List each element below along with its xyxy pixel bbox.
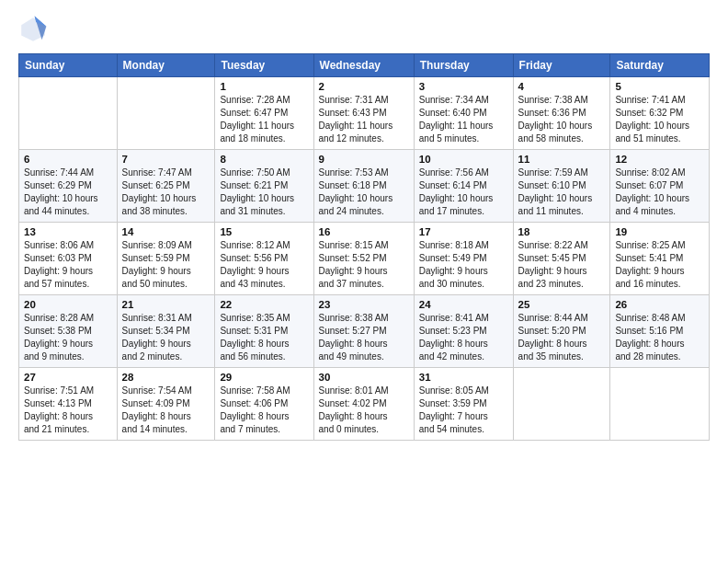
calendar-cell: 1Sunrise: 7:28 AM Sunset: 6:47 PM Daylig…: [215, 77, 313, 150]
calendar-cell: 4Sunrise: 7:38 AM Sunset: 6:36 PM Daylig…: [513, 77, 610, 150]
day-info: Sunrise: 8:01 AM Sunset: 4:02 PM Dayligh…: [319, 385, 409, 436]
calendar-week-5: 27Sunrise: 7:51 AM Sunset: 4:13 PM Dayli…: [19, 368, 710, 441]
day-info: Sunrise: 8:06 AM Sunset: 6:03 PM Dayligh…: [24, 239, 112, 291]
calendar-cell: 20Sunrise: 8:28 AM Sunset: 5:38 PM Dayli…: [19, 295, 118, 368]
day-info: Sunrise: 8:35 AM Sunset: 5:31 PM Dayligh…: [220, 312, 308, 363]
calendar-cell: 26Sunrise: 8:48 AM Sunset: 5:16 PM Dayli…: [610, 295, 710, 368]
day-info: Sunrise: 7:34 AM Sunset: 6:40 PM Dayligh…: [419, 94, 508, 145]
day-number: 16: [319, 226, 409, 237]
day-info: Sunrise: 8:12 AM Sunset: 5:56 PM Dayligh…: [220, 239, 308, 291]
day-header-thursday: Thursday: [414, 54, 513, 77]
day-number: 8: [220, 154, 308, 165]
logo: [18, 15, 51, 44]
day-info: Sunrise: 8:41 AM Sunset: 5:23 PM Dayligh…: [419, 312, 508, 363]
calendar-cell: 3Sunrise: 7:34 AM Sunset: 6:40 PM Daylig…: [414, 77, 513, 150]
day-info: Sunrise: 7:58 AM Sunset: 4:06 PM Dayligh…: [220, 385, 308, 436]
day-header-saturday: Saturday: [610, 54, 710, 77]
calendar-cell: 30Sunrise: 8:01 AM Sunset: 4:02 PM Dayli…: [313, 368, 414, 441]
day-number: 27: [24, 372, 112, 383]
day-info: Sunrise: 7:28 AM Sunset: 6:47 PM Dayligh…: [220, 94, 308, 145]
day-info: Sunrise: 7:54 AM Sunset: 4:09 PM Dayligh…: [122, 385, 210, 436]
day-info: Sunrise: 7:47 AM Sunset: 6:25 PM Dayligh…: [122, 167, 210, 218]
calendar-cell: 21Sunrise: 8:31 AM Sunset: 5:34 PM Dayli…: [117, 295, 215, 368]
calendar-cell: 18Sunrise: 8:22 AM Sunset: 5:45 PM Dayli…: [513, 223, 610, 295]
day-number: 31: [419, 372, 508, 383]
calendar-cell: 8Sunrise: 7:50 AM Sunset: 6:21 PM Daylig…: [215, 150, 313, 223]
day-info: Sunrise: 7:53 AM Sunset: 6:18 PM Dayligh…: [319, 167, 409, 218]
calendar-cell: 29Sunrise: 7:58 AM Sunset: 4:06 PM Dayli…: [215, 368, 313, 441]
page: SundayMondayTuesdayWednesdayThursdayFrid…: [0, 0, 728, 452]
calendar-cell: 19Sunrise: 8:25 AM Sunset: 5:41 PM Dayli…: [610, 223, 710, 295]
day-number: 22: [220, 299, 308, 310]
day-header-sunday: Sunday: [19, 54, 118, 77]
calendar-cell: 15Sunrise: 8:12 AM Sunset: 5:56 PM Dayli…: [215, 223, 313, 295]
calendar-cell: 25Sunrise: 8:44 AM Sunset: 5:20 PM Dayli…: [513, 295, 610, 368]
day-info: Sunrise: 8:38 AM Sunset: 5:27 PM Dayligh…: [319, 312, 409, 363]
day-number: 23: [319, 299, 409, 310]
day-number: 21: [122, 299, 210, 310]
calendar-cell: 7Sunrise: 7:47 AM Sunset: 6:25 PM Daylig…: [117, 150, 215, 223]
day-info: Sunrise: 8:48 AM Sunset: 5:16 PM Dayligh…: [615, 312, 704, 363]
day-header-monday: Monday: [117, 54, 215, 77]
calendar-cell: 9Sunrise: 7:53 AM Sunset: 6:18 PM Daylig…: [313, 150, 414, 223]
calendar-cell: 2Sunrise: 7:31 AM Sunset: 6:43 PM Daylig…: [313, 77, 414, 150]
calendar-week-2: 6Sunrise: 7:44 AM Sunset: 6:29 PM Daylig…: [19, 150, 710, 223]
calendar-week-1: 1Sunrise: 7:28 AM Sunset: 6:47 PM Daylig…: [19, 77, 710, 150]
calendar-cell: 10Sunrise: 7:56 AM Sunset: 6:14 PM Dayli…: [414, 150, 513, 223]
day-info: Sunrise: 7:31 AM Sunset: 6:43 PM Dayligh…: [319, 94, 409, 145]
calendar-cell: 14Sunrise: 8:09 AM Sunset: 5:59 PM Dayli…: [117, 223, 215, 295]
calendar-cell: 28Sunrise: 7:54 AM Sunset: 4:09 PM Dayli…: [117, 368, 215, 441]
day-number: 1: [220, 81, 308, 92]
day-number: 10: [419, 154, 508, 165]
calendar: SundayMondayTuesdayWednesdayThursdayFrid…: [18, 53, 710, 441]
day-number: 7: [122, 154, 210, 165]
day-info: Sunrise: 7:50 AM Sunset: 6:21 PM Dayligh…: [220, 167, 308, 218]
day-number: 18: [518, 226, 606, 237]
calendar-week-4: 20Sunrise: 8:28 AM Sunset: 5:38 PM Dayli…: [19, 295, 710, 368]
day-number: 19: [615, 226, 704, 237]
day-header-wednesday: Wednesday: [313, 54, 414, 77]
day-info: Sunrise: 8:18 AM Sunset: 5:49 PM Dayligh…: [419, 239, 508, 291]
calendar-cell: [513, 368, 610, 441]
calendar-cell: [610, 368, 710, 441]
calendar-cell: 23Sunrise: 8:38 AM Sunset: 5:27 PM Dayli…: [313, 295, 414, 368]
day-info: Sunrise: 7:41 AM Sunset: 6:32 PM Dayligh…: [615, 94, 704, 145]
day-number: 25: [518, 299, 606, 310]
day-number: 9: [319, 154, 409, 165]
calendar-cell: 27Sunrise: 7:51 AM Sunset: 4:13 PM Dayli…: [19, 368, 118, 441]
calendar-header-row: SundayMondayTuesdayWednesdayThursdayFrid…: [19, 54, 710, 77]
day-number: 12: [615, 154, 704, 165]
day-number: 14: [122, 226, 210, 237]
day-number: 15: [220, 226, 308, 237]
day-info: Sunrise: 7:51 AM Sunset: 4:13 PM Dayligh…: [24, 385, 112, 436]
calendar-cell: 12Sunrise: 8:02 AM Sunset: 6:07 PM Dayli…: [610, 150, 710, 223]
day-info: Sunrise: 8:25 AM Sunset: 5:41 PM Dayligh…: [615, 239, 704, 291]
day-info: Sunrise: 8:31 AM Sunset: 5:34 PM Dayligh…: [122, 312, 210, 363]
day-number: 17: [419, 226, 508, 237]
day-number: 11: [518, 154, 606, 165]
calendar-cell: 5Sunrise: 7:41 AM Sunset: 6:32 PM Daylig…: [610, 77, 710, 150]
day-info: Sunrise: 8:15 AM Sunset: 5:52 PM Dayligh…: [319, 239, 409, 291]
day-number: 30: [319, 372, 409, 383]
calendar-cell: [117, 77, 215, 150]
day-info: Sunrise: 8:02 AM Sunset: 6:07 PM Dayligh…: [615, 167, 704, 218]
calendar-cell: 6Sunrise: 7:44 AM Sunset: 6:29 PM Daylig…: [19, 150, 118, 223]
day-number: 3: [419, 81, 508, 92]
day-number: 4: [518, 81, 606, 92]
calendar-cell: 16Sunrise: 8:15 AM Sunset: 5:52 PM Dayli…: [313, 223, 414, 295]
calendar-cell: 22Sunrise: 8:35 AM Sunset: 5:31 PM Dayli…: [215, 295, 313, 368]
calendar-cell: 24Sunrise: 8:41 AM Sunset: 5:23 PM Dayli…: [414, 295, 513, 368]
day-header-friday: Friday: [513, 54, 610, 77]
day-number: 24: [419, 299, 508, 310]
day-number: 29: [220, 372, 308, 383]
day-info: Sunrise: 8:09 AM Sunset: 5:59 PM Dayligh…: [122, 239, 210, 291]
day-number: 20: [24, 299, 112, 310]
day-info: Sunrise: 8:28 AM Sunset: 5:38 PM Dayligh…: [24, 312, 112, 363]
day-info: Sunrise: 7:56 AM Sunset: 6:14 PM Dayligh…: [419, 167, 508, 218]
day-info: Sunrise: 8:05 AM Sunset: 3:59 PM Dayligh…: [419, 385, 508, 436]
calendar-cell: 31Sunrise: 8:05 AM Sunset: 3:59 PM Dayli…: [414, 368, 513, 441]
calendar-cell: 17Sunrise: 8:18 AM Sunset: 5:49 PM Dayli…: [414, 223, 513, 295]
day-info: Sunrise: 8:22 AM Sunset: 5:45 PM Dayligh…: [518, 239, 606, 291]
day-info: Sunrise: 7:38 AM Sunset: 6:36 PM Dayligh…: [518, 94, 606, 145]
day-info: Sunrise: 7:59 AM Sunset: 6:10 PM Dayligh…: [518, 167, 606, 218]
